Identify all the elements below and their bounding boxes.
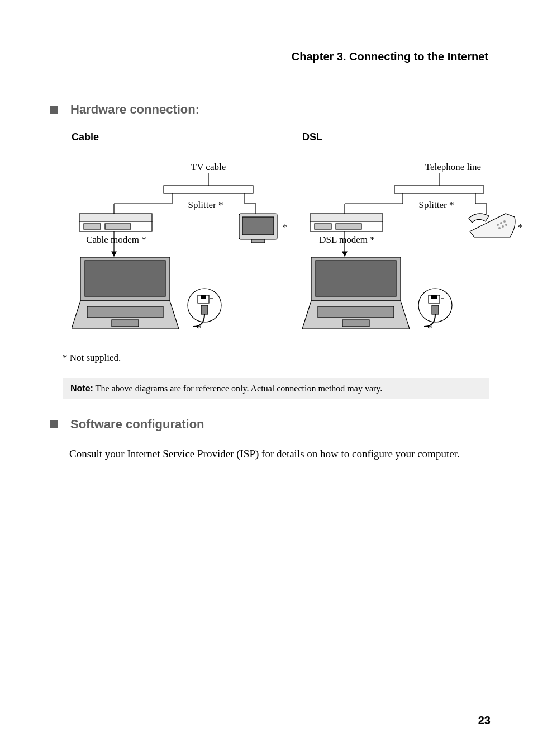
splitter-label: Splitter * [188,200,223,210]
svg-rect-14 [251,239,265,243]
section-hardware-connection: Hardware connection: [50,102,493,117]
svg-rect-19 [87,306,163,318]
footnote-not-supplied: * Not supplied. [63,352,493,363]
section-software-configuration: Software configuration [50,417,493,432]
dsl-diagram: DSL [302,131,523,343]
svg-rect-20 [112,320,139,327]
svg-point-41 [498,227,501,229]
note-text: The above diagrams are for reference onl… [93,384,382,393]
cable-diagram-svg: TV cable Splitter * Cable modem * * * [72,148,292,343]
svg-rect-48 [318,306,394,318]
svg-point-42 [502,225,504,228]
svg-rect-52 [431,295,437,299]
asterisk-tv: * [283,222,288,233]
note-box: Note: The above diagrams are for referen… [63,378,489,399]
diagram-title-dsl: DSL [302,131,523,143]
svg-marker-45 [342,252,347,256]
svg-rect-27 [394,186,484,193]
dsl-modem-label: DSL modem * [319,234,374,245]
asterisk-eth2: * [427,323,432,333]
section-title: Hardware connection: [70,102,199,117]
svg-point-39 [500,222,502,224]
asterisk-eth: * [197,323,202,333]
dsl-diagram-svg: Telephone line Splitter * DSL modem * * … [302,148,523,343]
dsl-splitter-label: Splitter * [419,200,454,210]
telephone-line-label: Telephone line [425,162,481,172]
cable-modem-label: Cable modem * [86,234,146,245]
square-bullet-icon [50,420,58,428]
svg-rect-25 [201,305,208,314]
chapter-header: Chapter 3. Connecting to the Internet [40,50,488,63]
svg-rect-8 [79,214,152,221]
svg-rect-18 [85,261,165,296]
tv-cable-label: TV cable [191,162,226,172]
svg-point-40 [503,220,506,223]
svg-point-43 [505,224,507,226]
svg-rect-1 [164,186,253,193]
cable-diagram: Cable [72,131,292,343]
diagram-title-cable: Cable [72,131,292,143]
svg-rect-37 [336,224,361,229]
section-title: Software configuration [70,417,204,432]
svg-rect-13 [242,217,274,235]
svg-rect-54 [432,305,439,314]
svg-rect-36 [315,224,331,229]
asterisk-phone: * [518,222,523,233]
svg-rect-49 [342,320,369,327]
body-paragraph: Consult your Internet Service Provider (… [69,446,487,462]
page-number: 23 [478,714,491,727]
square-bullet-icon [50,106,58,114]
svg-rect-34 [310,214,383,221]
svg-rect-11 [105,224,131,229]
svg-rect-23 [201,295,206,299]
note-label: Note: [70,384,93,393]
svg-rect-10 [84,224,101,229]
svg-rect-47 [316,261,396,296]
svg-point-38 [497,224,499,226]
svg-marker-16 [112,252,116,256]
